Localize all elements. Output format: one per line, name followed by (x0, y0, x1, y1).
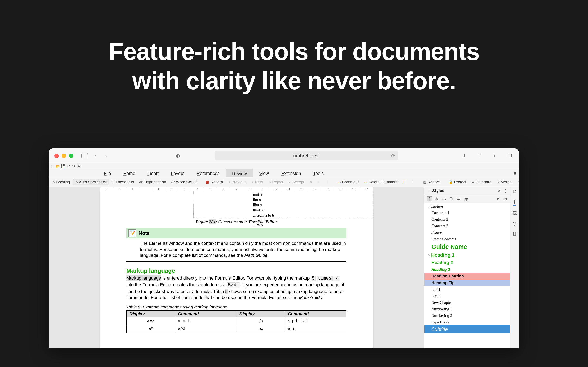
url-text: umbrel.local (293, 153, 320, 159)
styles-panel-header: ⋮ Styles ✕ ⋮ (424, 187, 510, 195)
page-tab-icon[interactable]: ▥ (512, 231, 517, 236)
ribbon-menu-icon[interactable]: ≡ (513, 171, 516, 176)
previous-change-button[interactable]: <Previous (226, 179, 249, 185)
marketing-headline: Feature-rich tools for documents with cl… (0, 37, 588, 95)
minimize-window-button[interactable] (62, 154, 66, 158)
close-window-button[interactable] (54, 154, 59, 158)
redo-icon[interactable]: ↷ (71, 164, 76, 168)
context-menu-sample: iiint xlint xllint xlllint x... from a t… (253, 192, 274, 227)
accept-change-button[interactable]: ✓Accept (286, 179, 306, 185)
style-item[interactable]: Numbering 2 (424, 312, 510, 319)
style-item[interactable]: Heading Tip (424, 280, 510, 286)
styles-close-icon[interactable]: ✕ (498, 189, 501, 193)
style-item[interactable]: List 1 (424, 286, 510, 293)
gallery-tab-icon[interactable]: 🖼 (512, 211, 517, 216)
style-item[interactable]: Contents 1 (424, 210, 510, 216)
privacy-shield-icon[interactable]: ◐ (174, 152, 181, 159)
ribbon-tab-view[interactable]: View (253, 169, 275, 177)
ribbon-tab-tools[interactable]: Tools (307, 169, 330, 177)
document-viewport: 3211234567891011121314151617 iiint xlint… (49, 187, 424, 348)
ribbon-tab-extension[interactable]: Extension (275, 169, 307, 177)
style-item[interactable]: Heading 2 (424, 259, 510, 266)
reject-all-icon[interactable]: ✕ (307, 179, 314, 184)
ribbon-tab-review[interactable]: Review (226, 169, 253, 177)
paragraph-styles-icon[interactable]: ¶ (427, 196, 432, 201)
styles-category-icons: ¶ A ▭ 🗋 ≔ ▦ ◩ +▾ (424, 195, 510, 203)
body-paragraph: Markup language is entered directly into… (126, 275, 346, 301)
new-tab-icon[interactable]: ＋ (491, 152, 498, 159)
style-item[interactable]: Page Break (424, 319, 510, 325)
new-style-dropdown[interactable]: +▾ (503, 197, 508, 201)
character-styles-icon[interactable]: A (434, 197, 439, 201)
style-item[interactable]: Guide Name (424, 242, 510, 251)
tabs-overview-icon[interactable]: ❐ (506, 152, 513, 159)
back-button[interactable]: ‹ (92, 152, 99, 159)
ribbon-settings-icon[interactable]: ⚙ (516, 179, 519, 184)
style-item[interactable]: Caption (424, 203, 510, 210)
table-caption: Table 5: Example commands using markup l… (126, 305, 346, 309)
page-styles-icon[interactable]: 🗋 (449, 197, 454, 201)
insert-comment-button[interactable]: ▭Comment (336, 179, 361, 185)
spelling-button[interactable]: A̲Spelling (51, 179, 72, 185)
compare-button[interactable]: ⇄Compare (470, 179, 493, 185)
redact-button[interactable]: ▨Redact (421, 179, 442, 185)
style-item[interactable]: Contents 2 (424, 216, 510, 223)
reload-icon[interactable]: ⟳ (391, 153, 395, 159)
document-page[interactable]: iiint xlint xllint xlllint x... from a t… (100, 191, 373, 348)
styles-panel: ⋮ Styles ✕ ⋮ ¶ A ▭ 🗋 ≔ ▦ ◩ +▾ (424, 187, 510, 348)
style-item[interactable]: Figure (424, 229, 510, 236)
reject-change-button[interactable]: ✕Reject (266, 179, 285, 185)
next-change-button[interactable]: >Next (250, 179, 265, 185)
forward-button[interactable]: › (103, 152, 109, 159)
comment-more-icon[interactable]: ⋮ (409, 179, 416, 184)
ribbon-tabs: FileHomeInsertLayoutReferencesReviewView… (49, 169, 519, 177)
style-item[interactable]: Heading 3 (424, 266, 510, 273)
styles-tab-icon[interactable]: Ṯ (513, 199, 516, 206)
style-item[interactable]: Heading Caution (424, 273, 510, 280)
new-doc-icon[interactable]: 🗎 (50, 164, 55, 168)
address-bar[interactable]: umbrel.local ⟳ (215, 151, 398, 160)
style-item[interactable]: Numbering 1 (424, 306, 510, 312)
styles-list[interactable]: CaptionContents 1Contents 2Contents 3Fig… (424, 203, 510, 348)
ribbon-tab-home[interactable]: Home (117, 169, 141, 177)
list-styles-icon[interactable]: ≔ (456, 197, 461, 201)
fill-format-icon[interactable]: ◩ (496, 197, 501, 201)
ribbon-tab-insert[interactable]: Insert (141, 169, 165, 177)
frame-styles-icon[interactable]: ▭ (442, 197, 447, 201)
hyphenation-button[interactable]: a͜bHyphenation (137, 179, 168, 185)
note-heading-bar: 📝 Note (126, 228, 346, 238)
print-icon[interactable]: 🖶 (77, 164, 81, 168)
document-app: 🗎 📂 💾 ↶ ↷ 🖶 FileHomeInsertLayoutReferenc… (49, 163, 519, 348)
style-item[interactable]: Heading 1 (424, 251, 510, 259)
style-item[interactable]: Frame Contents (424, 236, 510, 242)
undo-icon[interactable]: ↶ (66, 164, 71, 168)
ribbon-tab-file[interactable]: File (98, 169, 117, 177)
word-count-button[interactable]: AᵃWord Count (169, 179, 199, 185)
merge-button[interactable]: ⇲Merge (495, 179, 514, 185)
accept-all-icon[interactable]: ✓ (315, 179, 322, 184)
protect-button[interactable]: 🔒Protect (447, 179, 468, 185)
open-icon[interactable]: 📂 (56, 164, 60, 168)
table-styles-icon[interactable]: ▦ (464, 197, 468, 201)
auto-spellcheck-toggle[interactable]: A̲Auto Spellcheck (73, 179, 109, 185)
delete-comment-button[interactable]: ▭Delete Comment (362, 179, 399, 185)
navigator-tab-icon[interactable]: ◎ (513, 221, 517, 226)
style-item[interactable]: New Chapter (424, 299, 510, 306)
downloads-icon[interactable]: ⤓ (461, 152, 468, 159)
thesaurus-button[interactable]: ⎘Thesaurus (110, 179, 136, 185)
style-item[interactable]: List 2 (424, 293, 510, 299)
comment-extra-icon[interactable]: ☐ (401, 179, 408, 184)
ribbon-tab-references[interactable]: References (190, 169, 226, 177)
horizontal-ruler: 3211234567891011121314151617 (100, 187, 373, 191)
style-item[interactable]: Contents 3 (424, 223, 510, 229)
ribbon-tab-layout[interactable]: Layout (165, 169, 190, 177)
quick-access-toolbar: 🗎 📂 💾 ↶ ↷ 🖶 (49, 163, 519, 169)
share-icon[interactable]: ⇪ (476, 152, 483, 159)
save-icon[interactable]: 💾 (61, 164, 65, 168)
ribbon-more-icon[interactable]: ⋮ (323, 179, 331, 184)
record-changes-button[interactable]: ⬤Record (204, 179, 225, 185)
maximize-window-button[interactable] (69, 154, 73, 158)
style-item[interactable]: Subtitle (424, 325, 510, 333)
sidebar-toggle-button[interactable] (81, 152, 88, 159)
properties-tab-icon[interactable]: 🗋 (512, 189, 517, 194)
